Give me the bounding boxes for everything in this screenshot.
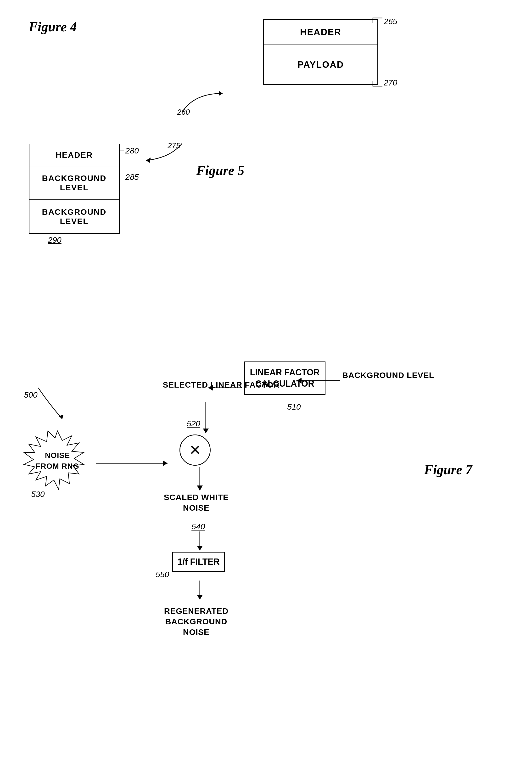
arrow-filter-to-rbn — [193, 580, 207, 604]
figure-7-label: Figure 7 — [424, 462, 472, 477]
multiply-symbol: ✕ — [189, 442, 201, 458]
fig4-payload: PAYLOAD — [264, 45, 377, 84]
ref-265-bracket — [372, 17, 384, 24]
arrow-500-svg — [24, 383, 84, 431]
arrow-lfc-to-slf — [206, 381, 244, 395]
figure-5-label: Figure 5 — [196, 163, 244, 178]
ref-280-bracket — [118, 148, 125, 153]
arrow-bg-to-lfc — [292, 375, 345, 387]
arrow-260-area: 260 — [175, 89, 256, 118]
swn-label: SCALED WHITE NOISE — [163, 492, 230, 513]
svg-marker-11 — [297, 378, 301, 384]
ref-530-label: 530 — [31, 490, 45, 499]
rbn-label: REGENERATED BACKGROUND NOISE — [153, 606, 239, 638]
arrow-noise-to-mult — [96, 456, 179, 470]
ref-520-label: 520 — [187, 419, 200, 428]
svg-marker-9 — [208, 385, 213, 391]
fig5-bg-level-2: BACKGROUND LEVEL — [30, 200, 119, 233]
noise-burst-area: NOISE FROM RNG 530 — [19, 428, 96, 492]
arrow-lfc-to-mult — [199, 402, 213, 440]
fig5-header: HEADER — [30, 144, 119, 166]
bg-level-label: BACKGROUND LEVEL — [342, 370, 434, 380]
fig5-expanded-packet: HEADER BACKGROUND LEVEL BACKGROUND LEVEL — [29, 144, 120, 234]
arrow-275-svg — [127, 139, 194, 168]
arrow-mult-to-swn — [193, 467, 207, 495]
ref-285-label: 285 — [125, 172, 139, 182]
fig4-header: HEADER — [264, 20, 377, 45]
ref-270-label: 270 — [384, 78, 397, 87]
svg-marker-7 — [203, 428, 209, 433]
svg-marker-5 — [163, 460, 167, 466]
svg-marker-15 — [197, 546, 203, 551]
svg-marker-0 — [219, 91, 223, 96]
svg-marker-17 — [197, 595, 203, 600]
figure-4-label: Figure 4 — [29, 19, 77, 35]
noise-label: NOISE FROM RNG — [33, 450, 81, 472]
svg-marker-13 — [197, 486, 203, 491]
fig7-container: 500 NOISE FROM RNG 530 — [0, 347, 532, 730]
ref-550-label: 550 — [156, 570, 169, 579]
filter-box: 1/f FILTER — [172, 552, 225, 572]
multiplier-circle: ✕ — [179, 434, 211, 466]
ref-270-bracket — [372, 80, 384, 87]
ref-265-label: 265 — [384, 17, 397, 26]
ref-260-label: 260 — [177, 108, 190, 116]
fig4-packet-box: HEADER PAYLOAD — [263, 19, 378, 85]
fig5-packet-container: HEADER BACKGROUND LEVEL BACKGROUND LEVEL… — [29, 144, 120, 234]
ref-540-label: 540 — [191, 522, 205, 531]
ref-275-label: 275 — [167, 141, 180, 150]
fig4-packet-container: HEADER PAYLOAD 265 270 — [263, 19, 378, 85]
fig5-bg-level-1: BACKGROUND LEVEL — [30, 166, 119, 200]
arrow-275-area: 275 — [127, 139, 194, 169]
ref-290-label: 290 — [48, 235, 61, 244]
ref-510-label: 510 — [287, 402, 301, 412]
svg-marker-1 — [146, 158, 151, 163]
